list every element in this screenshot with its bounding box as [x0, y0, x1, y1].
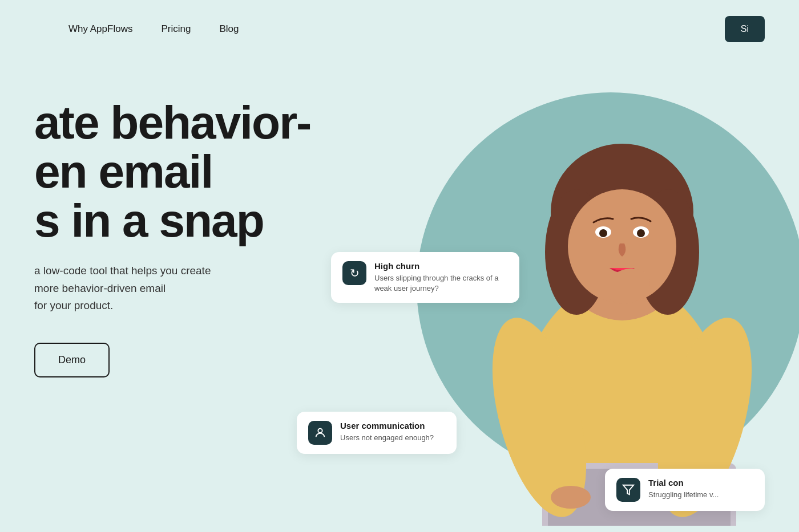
hero-demo-button[interactable]: Demo — [34, 343, 110, 377]
hero-text-block: ate behavior- en email s in a snap a low… — [34, 98, 310, 377]
nav-link-blog[interactable]: Blog — [219, 23, 239, 35]
communication-content: User communication Users not engaged eno… — [340, 421, 434, 443]
card-high-churn: ↻ High churn Users slipping through the … — [331, 252, 519, 303]
trial-icon — [616, 478, 640, 502]
svg-point-19 — [318, 429, 322, 433]
nav-links: Why AppFlows Pricing Blog — [68, 23, 239, 35]
churn-icon: ↻ — [342, 261, 366, 285]
churn-content: High churn Users slipping through the cr… — [374, 261, 508, 294]
communication-title: User communication — [340, 421, 434, 431]
hero-subtitle: a low-code tool that helps you create mo… — [34, 262, 310, 314]
card-trial-conversion: Trial con Struggling lifetime v... — [605, 469, 765, 511]
trial-content: Trial con Struggling lifetime v... — [648, 478, 719, 500]
svg-point-9 — [599, 229, 607, 237]
svg-point-17 — [551, 486, 591, 509]
hero-title: ate behavior- en email s in a snap — [34, 98, 310, 245]
churn-description: Users slipping through the cracks of a w… — [374, 273, 508, 294]
svg-point-10 — [637, 229, 645, 237]
nav-link-pricing[interactable]: Pricing — [161, 23, 191, 35]
navigation: Why AppFlows Pricing Blog Si — [0, 0, 799, 58]
card-user-communication: User communication Users not engaged eno… — [297, 412, 457, 454]
trial-title: Trial con — [648, 478, 719, 488]
communication-icon — [308, 421, 332, 445]
svg-marker-20 — [623, 485, 633, 495]
trial-description: Struggling lifetime v... — [648, 490, 719, 500]
nav-link-why-appflows[interactable]: Why AppFlows — [68, 23, 132, 35]
nav-cta-button[interactable]: Si — [725, 16, 765, 42]
churn-title: High churn — [374, 261, 508, 271]
communication-description: Users not engaged enough? — [340, 433, 434, 443]
hero-section: ate behavior- en email s in a snap a low… — [0, 58, 799, 526]
